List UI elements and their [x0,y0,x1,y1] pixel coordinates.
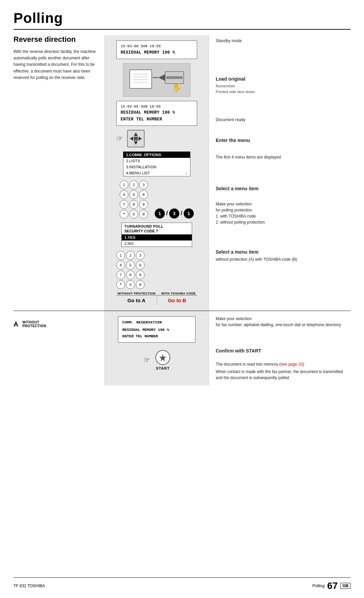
confirm-heading: Confirm with START [216,347,351,354]
menu-item-2: 2.LISTS [123,158,190,164]
key-1[interactable]: 1 [120,180,128,189]
key-4[interactable]: 4 [120,190,128,199]
key2-0[interactable]: 0 [126,280,135,289]
key2-8[interactable]: 8 [126,270,135,279]
key-3[interactable]: 3 [139,180,148,189]
start-text-line3: When contact is made with the fax partne… [216,369,351,381]
key2-2[interactable]: 2 [126,251,135,260]
lcd-display-1: 15-03-98 SUN 19:56 RESIDUAL MEMORY 100 % [116,40,197,59]
start-row: ☞ START [143,350,170,370]
poll-box-title: TURNAROUND POLL [122,223,192,229]
key-7[interactable]: 7 [120,200,128,209]
goto-labels-row: WITHOUT PROTECTION WITH TOSHIBA CODE [116,292,197,295]
svg-marker-16 [159,354,166,361]
key-hash[interactable]: # [139,210,148,219]
page-container: Polling Reverse direction With the rever… [0,0,364,598]
annotation-start-text: The document is read into memory (see pa… [216,361,351,386]
footer-text: Polling [312,583,325,588]
svg-rect-8 [166,76,183,79]
title-rule [13,29,351,30]
selection-row-1: 1 / 3 / 1 [155,208,194,219]
numpad-2: 1 2 3 4 5 6 7 8 9 ＊ 0 # [116,251,145,289]
annotation-select-1: Select a menu item [216,165,351,198]
footer-right: Polling 67 GB [312,580,351,591]
key2-1[interactable]: 1 [116,251,125,260]
numpad-1: 1 2 3 4 5 6 7 8 9 ＊ 0 # [120,180,148,219]
doc-illus-inner: ✋ [126,65,187,95]
center-column: 15-03-98 SUN 19:56 RESIDUAL MEMORY 100 % [104,35,209,311]
page-title: Polling [13,10,351,26]
key-6[interactable]: 6 [139,190,148,199]
page-number: 67 [327,580,338,591]
key-star[interactable]: ＊ [120,210,128,219]
goto-row: Go to A Go to B [116,295,197,305]
start-link[interactable]: see page 32 [281,362,303,367]
start-button[interactable] [155,350,170,365]
poll-item-1[interactable]: 1.YES [122,234,192,240]
sel-btn-1[interactable]: 1 [155,208,165,219]
key2-7[interactable]: 7 [116,270,125,279]
start-icon [159,353,167,362]
goto-b-btn[interactable]: Go to B [157,295,198,305]
section-a-sub: WITHOUTPROTECTION [22,320,46,328]
annotation-comm-selection: Make your selection for fax number, alph… [216,316,351,333]
lcd2-date: 15-03-98 SUN 19:56 [121,104,193,110]
lcd2-line1: RESIDUAL MEMORY 100 % [121,110,193,116]
doc-illustration: ✋ [123,63,190,97]
page-badge: GB [340,583,351,589]
annotation-enter-menu: Enter the menu [216,127,351,149]
select-heading-1: Select a menu item [216,185,351,192]
key-2[interactable]: 2 [129,180,138,189]
sel-btn-3[interactable]: 1 [184,208,194,219]
poll-line1: Make your selection [216,201,351,207]
start-btn-container: START [155,350,170,370]
svg-text:✋: ✋ [172,83,181,92]
key2-3[interactable]: 3 [136,251,145,260]
left-description: With the reverse direction facility, the… [13,49,98,81]
menu-box: 1.COMM. OPTIONS 2.LISTS 3.INSTALLATION 4… [123,151,190,176]
annotation-confirm: Confirm with START [216,334,351,360]
section-a-center: COMM. RESERVATION RESIDUAL MEMORY 100 % … [104,311,209,386]
poll-box: TURNAROUND POLL SECURITY CODE ? 1.YES 2.… [121,223,192,247]
sel-btn-2[interactable]: 3 [169,208,179,219]
goto-container: WITHOUT PROTECTION WITH TOSHIBA CODE Go … [116,293,197,305]
load-heading: Load original [216,76,351,83]
menu-item-4: 4.MENU LIST ↓ [123,170,190,176]
poll-item-2[interactable]: 2.NO [122,240,192,247]
doc-ready-label: Document ready [216,117,245,122]
menu-items-label: The first 4 menu items are displayed [216,155,281,160]
lcd1-line1: RESIDUAL MEMORY 100 % [121,50,193,56]
load-sub2: Printed side face down [216,89,351,95]
lcd-display-2: 15-03-98 SUN 19:56 RESIDUAL MEMORY 100 %… [116,101,197,126]
doc-svg: ✋ [126,65,187,95]
svg-rect-0 [130,70,152,88]
comm-sel-line2: for fax number, alphabet dialling, one-t… [216,322,351,328]
annotation-menu-displayed: The first 4 menu items are displayed [216,149,351,165]
key-5[interactable]: 5 [129,190,138,199]
key2-4[interactable]: 4 [116,261,125,269]
annotation-load: Load original Remember: Printed side fac… [216,49,351,100]
lcd1-date: 15-03-98 SUN 19:56 [121,44,193,50]
comm-sel-line1: Make your selection [216,316,351,322]
footer: TF 631 TOSHIBA Polling 67 GB [13,577,351,591]
footer-left: TF 631 TOSHIBA [13,583,45,588]
section-heading: Reverse direction [13,35,98,44]
comm-title: COMM. RESERVATION [122,319,191,326]
key-0[interactable]: 0 [129,210,138,219]
comm-line2: ENTER TEL NUMBER [122,333,191,340]
key2-9[interactable]: 9 [136,270,145,279]
hand-icon: ☞ [116,134,123,143]
section-a-label: A [13,320,18,328]
start-label: START [156,366,170,370]
key2-6[interactable]: 6 [136,261,145,269]
goto-a-btn[interactable]: Go to A [116,295,157,305]
key-9[interactable]: 9 [139,200,148,209]
hand-icon-start: ☞ [143,356,150,365]
key2-star[interactable]: ＊ [116,280,125,289]
key-8[interactable]: 8 [129,200,138,209]
key2-5[interactable]: 5 [126,261,135,269]
poll-item2: 2. without polling protection [216,219,351,225]
comm-display: COMM. RESERVATION RESIDUAL MEMORY 100 % … [118,316,195,343]
lcd2-line2: ENTER TEL NUMBER [121,116,193,123]
key2-hash[interactable]: # [136,280,145,289]
